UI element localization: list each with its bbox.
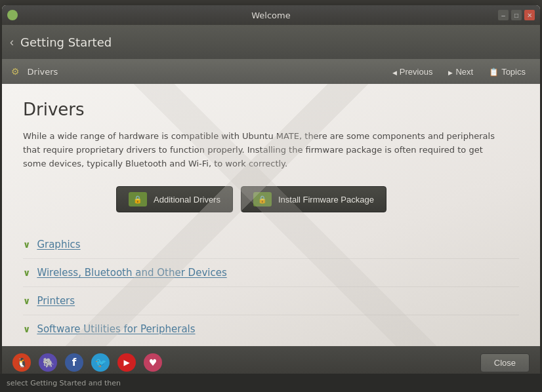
previous-button[interactable]: Previous <box>387 64 438 79</box>
minimize-button[interactable]: – <box>498 10 509 20</box>
section-chevron-icon: ∨ <box>23 239 30 250</box>
section-item[interactable]: ∨ Wireless, Bluetooth and Other Devices <box>23 259 519 287</box>
install-firmware-label: Install Firmware Package <box>278 195 374 205</box>
titlebar: Welcome – □ ✕ <box>2 5 540 25</box>
additional-drivers-icon <box>129 192 147 206</box>
additional-drivers-button[interactable]: Additional Drivers <box>116 186 233 212</box>
topics-label: Topics <box>501 67 526 77</box>
previous-label: Previous <box>400 67 433 77</box>
back-button[interactable]: ‹ <box>10 35 14 49</box>
status-strip: select Getting Started and then <box>0 374 542 392</box>
social-icons: 🐧 🐘 f 🐦 ▶ ♥ <box>12 353 162 372</box>
topics-icon <box>489 67 499 77</box>
section-item[interactable]: ∨ Graphics <box>23 231 519 259</box>
section-item[interactable]: ∨ Printers <box>23 287 519 315</box>
section-item[interactable]: ∨ Software Utilities for Peripherals <box>23 315 519 343</box>
window-title: Welcome <box>251 10 290 20</box>
section-label: Drivers <box>28 67 58 77</box>
mastodon-icon[interactable]: 🐘 <box>39 353 57 372</box>
install-firmware-icon <box>253 192 272 206</box>
toolbar: ⚙ Drivers Previous Next Topics <box>2 59 540 84</box>
window-controls: – □ ✕ <box>498 10 535 20</box>
topics-button[interactable]: Topics <box>484 64 531 79</box>
youtube-icon[interactable]: ▶ <box>117 353 136 372</box>
section-item-label: Software Utilities for Peripherals <box>37 323 195 335</box>
main-window: Welcome – □ ✕ ‹ Getting Started ⚙ Driver… <box>2 5 540 379</box>
action-buttons: Additional Drivers Install Firmware Pack… <box>2 186 519 212</box>
heart-icon[interactable]: ♥ <box>144 353 162 372</box>
content-area: Drivers While a wide range of hardware i… <box>2 84 540 359</box>
status-text: select Getting Started and then <box>7 379 121 387</box>
sections-list: ∨ Graphics ∨ Wireless, Bluetooth and Oth… <box>23 231 519 343</box>
page-title: Drivers <box>23 100 519 119</box>
drivers-icon: ⚙ <box>11 66 20 77</box>
chevron-left-icon <box>392 67 397 77</box>
section-item-label: Printers <box>37 295 75 307</box>
close-button[interactable]: Close <box>480 353 530 372</box>
section-item-label: Wireless, Bluetooth and Other Devices <box>37 267 226 279</box>
ubuntu-icon[interactable]: 🐧 <box>12 353 31 372</box>
content-description: While a wide range of hardware is compat… <box>23 130 509 170</box>
section-chevron-icon: ∨ <box>23 324 30 334</box>
section-chevron-icon: ∨ <box>23 267 30 278</box>
next-button[interactable]: Next <box>443 64 478 79</box>
chevron-right-icon <box>448 67 453 77</box>
section-item-label: Graphics <box>37 239 80 250</box>
additional-drivers-label: Additional Drivers <box>154 195 220 205</box>
next-label: Next <box>455 67 473 77</box>
header: ‹ Getting Started <box>2 25 540 59</box>
close-window-button[interactable]: ✕ <box>524 10 535 20</box>
maximize-button[interactable]: □ <box>511 10 522 20</box>
header-title: Getting Started <box>20 35 112 49</box>
app-icon <box>7 10 18 20</box>
facebook-icon[interactable]: f <box>65 353 83 372</box>
twitter-icon[interactable]: 🐦 <box>91 353 110 372</box>
section-chevron-icon: ∨ <box>23 296 30 306</box>
install-firmware-button[interactable]: Install Firmware Package <box>241 186 386 212</box>
